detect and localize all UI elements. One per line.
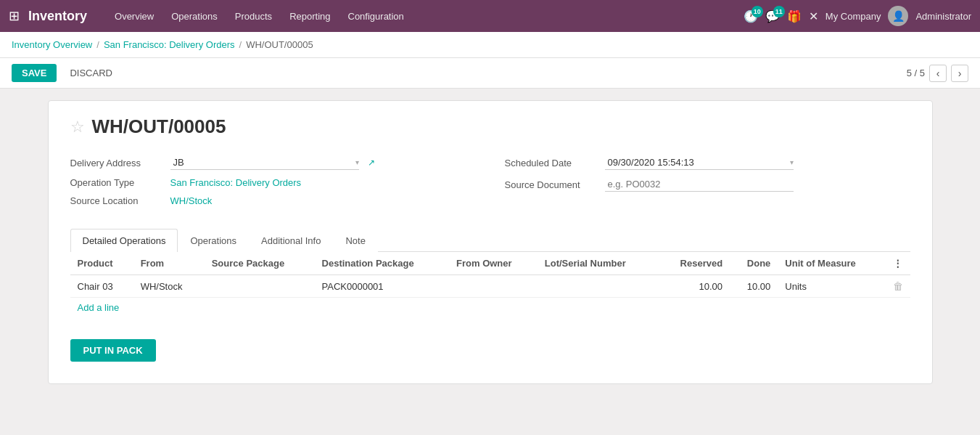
nav-configuration[interactable]: Configuration — [341, 8, 411, 25]
cell-reserved: 10.00 — [658, 275, 730, 298]
breadcrumb: Inventory Overview / San Francisco: Deli… — [0, 32, 980, 58]
discard-button[interactable]: DISCARD — [62, 64, 120, 82]
breadcrumb-inventory-overview[interactable]: Inventory Overview — [12, 39, 92, 50]
put-in-pack-button[interactable]: PUT IN PACK — [70, 339, 156, 362]
fields-grid: Delivery Address ▾ ↗ Operation Type San … — [70, 155, 910, 214]
breadcrumb-delivery-orders[interactable]: San Francisco: Delivery Orders — [104, 39, 235, 50]
operation-type-row: Operation Type San Francisco: Delivery O… — [70, 177, 476, 188]
gift-icon[interactable]: 🎁 — [787, 9, 802, 23]
pagination: 5 / 5 ‹ › — [907, 65, 968, 82]
delivery-address-row: Delivery Address ▾ ↗ — [70, 155, 476, 170]
chevron-down-icon-date: ▾ — [790, 158, 794, 166]
breadcrumb-sep-2: / — [239, 39, 242, 50]
company-name: My Company — [825, 11, 881, 22]
col-product: Product — [70, 252, 133, 275]
tabs-bar: Detailed Operations Operations Additiona… — [70, 228, 910, 252]
scheduled-date-label: Scheduled Date — [505, 158, 599, 168]
scheduled-date-row: Scheduled Date ▾ — [505, 155, 910, 170]
nav-operations[interactable]: Operations — [164, 8, 225, 25]
operation-type-value[interactable]: San Francisco: Delivery Orders — [170, 177, 302, 188]
col-options[interactable]: ⋮ — [886, 252, 910, 275]
tab-operations[interactable]: Operations — [178, 229, 249, 252]
source-location-label: Source Location — [70, 195, 165, 206]
cell-product: Chair 03 — [70, 275, 133, 298]
tab-note[interactable]: Note — [333, 229, 377, 252]
scheduled-date-input-wrapper[interactable]: ▾ — [605, 155, 794, 170]
operation-type-label: Operation Type — [70, 177, 165, 188]
cell-done: 10.00 — [730, 275, 778, 298]
fields-left: Delivery Address ▾ ↗ Operation Type San … — [70, 155, 476, 214]
col-from-owner: From Owner — [449, 252, 538, 275]
tab-detailed-operations[interactable]: Detailed Operations — [70, 229, 178, 252]
save-button[interactable]: SAVE — [12, 64, 57, 82]
cell-delete[interactable]: 🗑 — [886, 275, 910, 298]
close-icon[interactable]: ✕ — [809, 9, 818, 23]
form-title: WH/OUT/00005 — [92, 115, 226, 138]
operations-table: Product From Source Package Destination … — [70, 252, 910, 298]
form-header: ☆ WH/OUT/00005 — [70, 115, 910, 138]
nav-right: 🕐 10 💬 11 🎁 ✕ My Company 👤 Administrator — [744, 6, 971, 26]
app-brand: Inventory — [28, 9, 87, 24]
col-destination-package: Destination Package — [315, 252, 449, 275]
pagination-next[interactable]: › — [951, 65, 968, 82]
col-from: From — [133, 252, 205, 275]
scheduled-date-input[interactable] — [605, 155, 790, 169]
fields-right: Scheduled Date ▾ Source Document — [505, 155, 910, 214]
cell-destination-package: PACK0000001 — [315, 275, 449, 298]
page-content: ☆ WH/OUT/00005 Delivery Address ▾ ↗ Oper… — [0, 89, 980, 396]
source-location-value[interactable]: WH/Stock — [170, 195, 213, 206]
top-navigation: ⊞ Inventory Overview Operations Products… — [0, 0, 980, 32]
cell-lot-serial — [538, 275, 658, 298]
favorite-star-icon[interactable]: ☆ — [70, 118, 85, 137]
delivery-address-input[interactable] — [170, 155, 355, 169]
nav-reporting[interactable]: Reporting — [282, 8, 337, 25]
chevron-down-icon: ▾ — [355, 158, 359, 166]
external-link-icon[interactable]: ↗ — [368, 158, 375, 168]
nav-overview[interactable]: Overview — [107, 8, 161, 25]
col-done: Done — [730, 252, 778, 275]
activities-icon[interactable]: 🕐 10 — [744, 9, 758, 23]
nav-products[interactable]: Products — [228, 8, 279, 25]
source-document-row: Source Document — [505, 177, 910, 192]
grid-icon[interactable]: ⊞ — [9, 8, 20, 24]
cell-from-owner — [449, 275, 538, 298]
add-line-container: Add a line — [70, 298, 910, 317]
delete-icon[interactable]: 🗑 — [893, 280, 903, 292]
avatar[interactable]: 👤 — [888, 6, 908, 26]
table-row: Chair 03WH/StockPACK000000110.0010.00Uni… — [70, 275, 910, 298]
col-source-package: Source Package — [205, 252, 315, 275]
cell-uom: Units — [778, 275, 885, 298]
messages-icon[interactable]: 💬 11 — [765, 9, 780, 23]
delivery-address-label: Delivery Address — [70, 158, 165, 168]
nav-items: Overview Operations Products Reporting C… — [107, 8, 738, 25]
cell-from: WH/Stock — [133, 275, 205, 298]
action-bar: SAVE DISCARD 5 / 5 ‹ › — [0, 58, 980, 89]
source-document-input-wrapper[interactable] — [605, 177, 794, 192]
breadcrumb-sep-1: / — [96, 39, 99, 50]
source-document-input[interactable] — [605, 177, 794, 191]
tab-additional-info[interactable]: Additional Info — [249, 229, 333, 252]
pagination-info: 5 / 5 — [907, 68, 925, 78]
breadcrumb-current: WH/OUT/00005 — [246, 39, 313, 50]
form-footer: PUT IN PACK — [70, 332, 910, 362]
pagination-prev[interactable]: ‹ — [929, 65, 947, 82]
col-uom: Unit of Measure — [778, 252, 885, 275]
add-line-link[interactable]: Add a line — [70, 298, 127, 317]
user-name: Administrator — [915, 11, 971, 22]
col-reserved: Reserved — [658, 252, 730, 275]
cell-source-package — [205, 275, 315, 298]
messages-badge: 11 — [773, 6, 785, 17]
activities-badge: 10 — [752, 6, 763, 17]
source-document-label: Source Document — [505, 179, 599, 190]
form-card: ☆ WH/OUT/00005 Delivery Address ▾ ↗ Oper… — [48, 100, 933, 384]
col-lot-serial: Lot/Serial Number — [538, 252, 658, 275]
source-location-row: Source Location WH/Stock — [70, 195, 476, 206]
delivery-address-input-wrapper[interactable]: ▾ — [170, 155, 359, 170]
